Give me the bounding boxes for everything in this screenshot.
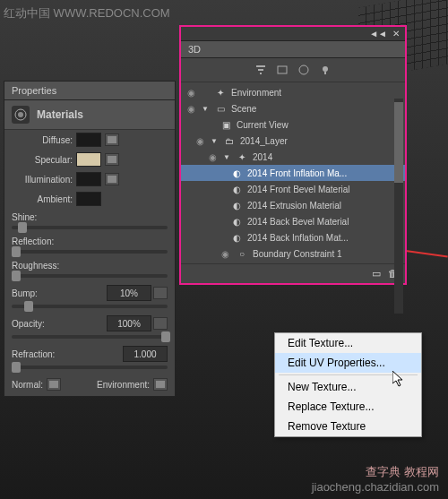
- tree-environment[interactable]: ◉ ✦ Environment: [181, 84, 405, 100]
- tree-material-0[interactable]: ◐ 2014 Front Inflation Ma...: [181, 165, 405, 181]
- material-icon: ◐: [229, 199, 244, 211]
- materials-icon: [12, 106, 30, 124]
- eye-icon[interactable]: ◉: [206, 152, 219, 162]
- render-icon[interactable]: [276, 64, 289, 76]
- tree-current-view[interactable]: ▣ Current View: [181, 116, 405, 133]
- shine-slider[interactable]: [12, 226, 168, 229]
- panel-close-icon[interactable]: ✕: [392, 29, 400, 39]
- filter-icon[interactable]: [254, 64, 267, 76]
- tree-label: Boundary Constraint 1: [253, 249, 401, 259]
- svg-point-1: [18, 112, 23, 117]
- eye-icon[interactable]: ◉: [185, 104, 197, 114]
- tree-label: Environment: [231, 88, 401, 98]
- tree-label: 2014 Extrusion Material: [247, 201, 401, 211]
- shine-label: Shine:: [12, 212, 168, 222]
- eye-icon[interactable]: ◉: [194, 136, 206, 146]
- reflection-slider[interactable]: [12, 250, 168, 254]
- tree-mesh[interactable]: ◉▼ ✦ 2014: [181, 149, 405, 165]
- folder-icon: 🗀: [222, 134, 237, 147]
- bump-texture-button[interactable]: [153, 287, 168, 299]
- svg-point-7: [323, 66, 328, 72]
- diffuse-texture-button[interactable]: [105, 133, 119, 146]
- svg-rect-5: [278, 66, 287, 73]
- material-icon: ◐: [229, 215, 244, 228]
- specular-label: Specular:: [10, 155, 73, 165]
- tree-label: 2014 Back Inflation Mat...: [247, 233, 401, 243]
- svg-rect-2: [256, 65, 265, 67]
- tree-label: Current View: [237, 120, 401, 130]
- properties-panel: Properties Materials Diffuse: Specular: …: [4, 81, 176, 397]
- menu-edit-texture[interactable]: Edit Texture...: [275, 333, 421, 353]
- 3d-panel: ◄◄ ✕ 3D ◉ ✦ Environment ◉▼ ▭ Scene ▣ Cur…: [179, 25, 407, 285]
- environment-icon: ✦: [213, 86, 228, 99]
- refraction-label: Refraction:: [12, 349, 55, 359]
- tree-label: 2014_Layer: [240, 136, 401, 146]
- tree-material-1[interactable]: ◐ 2014 Front Bevel Material: [181, 181, 405, 197]
- environment-label: Environment:: [97, 380, 150, 390]
- 3d-panel-footer: ▭ 🗑: [181, 263, 405, 283]
- svg-point-6: [299, 65, 308, 74]
- material-icon: ◐: [229, 167, 244, 179]
- scrollbar[interactable]: [394, 99, 403, 314]
- refraction-slider[interactable]: [12, 366, 168, 369]
- eye-icon[interactable]: ◉: [185, 88, 197, 98]
- scrollbar-thumb[interactable]: [394, 102, 403, 183]
- new-layer-icon[interactable]: ▭: [372, 268, 381, 280]
- chevron-down-icon[interactable]: ▼: [210, 137, 219, 145]
- specular-swatch[interactable]: [76, 152, 101, 167]
- tree-material-2[interactable]: ◐ 2014 Extrusion Material: [181, 197, 405, 213]
- tree-label: 2014: [253, 152, 401, 162]
- material-icon: ◐: [229, 231, 244, 244]
- opacity-texture-button[interactable]: [153, 317, 168, 330]
- normal-label: Normal:: [12, 380, 43, 390]
- properties-tab-label: Properties: [12, 85, 56, 96]
- scene-tree: ◉ ✦ Environment ◉▼ ▭ Scene ▣ Current Vie…: [181, 82, 405, 263]
- tree-layer[interactable]: ◉▼ 🗀 2014_Layer: [181, 133, 405, 149]
- light-icon[interactable]: [319, 64, 332, 76]
- panel-collapse-icon[interactable]: ◄◄: [369, 29, 387, 39]
- 3d-tab-label: 3D: [188, 44, 201, 55]
- tree-material-3[interactable]: ◐ 2014 Back Bevel Material: [181, 213, 405, 229]
- diffuse-swatch[interactable]: [76, 133, 101, 147]
- opacity-label: Opacity:: [12, 319, 45, 329]
- watermark-top: 红动中国 WWW.REDOCN.COM: [4, 5, 170, 22]
- reflection-label: Reflection:: [12, 237, 168, 246]
- bump-input[interactable]: [107, 285, 151, 301]
- roughness-slider[interactable]: [12, 274, 168, 278]
- constraint-icon: ○: [235, 247, 249, 260]
- normal-texture-button[interactable]: [47, 378, 61, 391]
- specular-texture-button[interactable]: [105, 153, 119, 166]
- chevron-down-icon[interactable]: ▼: [222, 153, 231, 161]
- watermark-bottom: 查字典 教程网 jiaocheng.chazidian.com: [312, 465, 439, 495]
- menu-remove-texture[interactable]: Remove Texture: [275, 417, 421, 436]
- tree-boundary[interactable]: ◉ ○ Boundary Constraint 1: [181, 245, 405, 262]
- tree-scene[interactable]: ◉▼ ▭ Scene: [181, 100, 405, 116]
- mesh-icon: ✦: [235, 151, 249, 163]
- 3d-panel-header: ◄◄ ✕: [181, 27, 405, 41]
- illumination-texture-button[interactable]: [105, 173, 119, 185]
- ambient-swatch[interactable]: [76, 192, 101, 206]
- bump-slider[interactable]: [12, 305, 168, 308]
- eye-icon[interactable]: ◉: [219, 249, 231, 259]
- svg-rect-8: [324, 72, 326, 74]
- opacity-slider[interactable]: [12, 335, 168, 339]
- ambient-label: Ambient:: [10, 194, 73, 204]
- tree-label: 2014 Front Inflation Ma...: [247, 168, 401, 178]
- illumination-label: Illumination:: [10, 175, 73, 185]
- material-icon: ◐: [229, 183, 244, 195]
- scene-icon: ▭: [213, 102, 228, 115]
- panel-header: Materials: [4, 100, 175, 130]
- chevron-down-icon[interactable]: ▼: [201, 105, 210, 113]
- environment-texture-button[interactable]: [153, 378, 168, 391]
- refraction-input[interactable]: [123, 346, 168, 362]
- 3d-tab[interactable]: 3D: [181, 41, 405, 58]
- watermark-line1: 查字典 教程网: [312, 465, 439, 480]
- menu-replace-texture[interactable]: Replace Texture...: [275, 397, 421, 417]
- properties-tab[interactable]: Properties: [4, 82, 175, 100]
- opacity-input[interactable]: [107, 315, 151, 331]
- illumination-swatch[interactable]: [76, 172, 101, 186]
- tree-material-4[interactable]: ◐ 2014 Back Inflation Mat...: [181, 229, 405, 245]
- panel-title: Materials: [37, 108, 83, 121]
- menu-edit-uv-properties[interactable]: Edit UV Properties...: [275, 353, 421, 373]
- add-icon[interactable]: [297, 64, 310, 76]
